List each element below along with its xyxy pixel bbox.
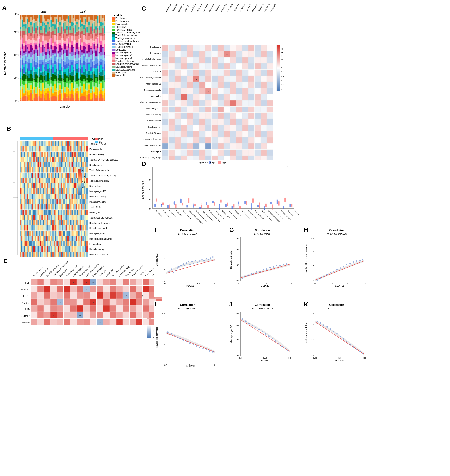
svg-rect-215 [35,41,37,43]
svg-rect-1094 [46,141,47,146]
svg-point-3175 [340,336,341,337]
svg-rect-25 [20,48,21,51]
svg-rect-2643 [219,162,221,164]
svg-rect-1841 [41,220,43,225]
panel-h-label: H [304,226,308,233]
svg-rect-1374 [87,167,88,173]
svg-rect-2502 [175,131,181,137]
svg-point-3144 [258,329,260,330]
svg-text:T.cells.CD4.naive: T.cells.CD4.naive [131,265,144,277]
svg-rect-1497 [50,183,51,188]
svg-rect-1603 [58,194,59,199]
svg-rect-249 [39,69,40,77]
svg-rect-2447 [169,113,175,119]
svg-rect-1397 [50,173,51,178]
svg-rect-1875 [20,225,21,231]
svg-rect-834 [87,83,88,90]
svg-rect-2071 [82,241,84,247]
svg-rect-1486 [35,183,36,188]
svg-rect-1830 [27,220,28,225]
svg-rect-1489 [39,183,40,188]
svg-text:T.cells.CD8: T.cells.CD8 [89,206,101,208]
svg-rect-2046 [48,241,50,247]
svg-rect-1844 [46,220,47,225]
svg-rect-1884 [32,225,33,231]
svg-rect-605 [68,77,69,81]
svg-rect-2060 [67,241,69,247]
svg-rect-258 [39,35,40,37]
svg-rect-1383 [31,173,32,178]
svg-rect-1347 [50,167,51,173]
svg-rect-2914 [31,299,37,305]
svg-rect-1335 [33,167,35,173]
panel-d-svg: D low high signature_group * ** Cell com… [141,160,299,224]
svg-point-3168 [317,321,318,322]
svg-rect-325 [44,19,45,23]
svg-rect-2560 [181,150,187,156]
svg-rect-297 [42,45,43,53]
svg-rect-2535 [267,137,273,143]
svg-rect-1295 [47,162,48,167]
svg-rect-832 [87,95,88,100]
svg-text:T.cells.follicular.helper: T.cells.follicular.helper [142,58,161,60]
svg-rect-1408 [65,173,66,178]
svg-rect-583 [66,78,68,83]
svg-rect-1669 [80,199,81,204]
svg-rect-659 [71,26,73,33]
svg-rect-1600 [54,194,55,199]
svg-rect-1792 [43,215,44,220]
svg-rect-1770 [81,210,82,215]
svg-rect-303 [42,21,43,26]
svg-rect-105 [27,62,28,68]
svg-rect-1988 [37,236,39,241]
svg-point-3143 [255,327,256,328]
svg-rect-2488 [199,125,205,131]
svg-rect-922 [93,68,95,71]
svg-point-3027 [193,263,194,264]
svg-rect-460 [56,69,57,69]
x-axis-label: sample [60,105,70,108]
svg-rect-2338 [187,76,193,82]
svg-rect-1078 [24,141,25,146]
svg-rect-874 [90,99,92,100]
svg-rect-2040 [40,241,41,247]
svg-rect-2043 [44,241,46,247]
svg-rect-166 [32,71,33,75]
svg-rect-122 [28,78,30,81]
svg-text:Macrophages.M1: Macrophages.M1 [89,232,107,235]
svg-rect-115 [27,17,28,19]
svg-text:***: *** [183,97,185,99]
svg-rect-2489 [206,125,211,131]
svg-rect-1513 [71,183,73,188]
svg-rect-1181 [28,151,29,157]
svg-rect-32 [20,15,21,19]
svg-rect-2084 [32,247,33,252]
svg-rect-2384 [236,88,242,94]
svg-rect-1783 [31,215,32,220]
svg-rect-929 [93,41,95,42]
svg-rect-2345 [224,76,230,82]
svg-rect-1514 [73,183,74,188]
svg-rect-2781 [290,204,291,207]
svg-rect-2080 [27,247,28,252]
svg-rect-493 [58,22,59,27]
svg-rect-1922 [84,225,85,231]
svg-rect-2928 [110,299,116,305]
svg-rect-2039 [39,241,40,247]
svg-text:Dendritic.cells.activated: Dendritic.cells.activated [89,238,112,240]
svg-rect-1660 [67,199,69,204]
svg-rect-2410 [169,100,175,106]
svg-rect-1727 [22,210,24,215]
svg-rect-1807 [63,215,65,220]
svg-rect-915 [93,94,95,101]
svg-rect-2136 [35,252,36,257]
svg-text:**: ** [226,54,228,56]
svg-rect-2586 [230,156,236,160]
svg-text:0.6: 0.6 [82,181,85,183]
svg-rect-109 [27,44,28,47]
svg-rect-158 [30,15,32,17]
svg-rect-1701 [55,204,56,210]
svg-rect-643 [71,90,73,94]
svg-rect-1182 [29,151,30,157]
svg-rect-564 [64,72,66,74]
